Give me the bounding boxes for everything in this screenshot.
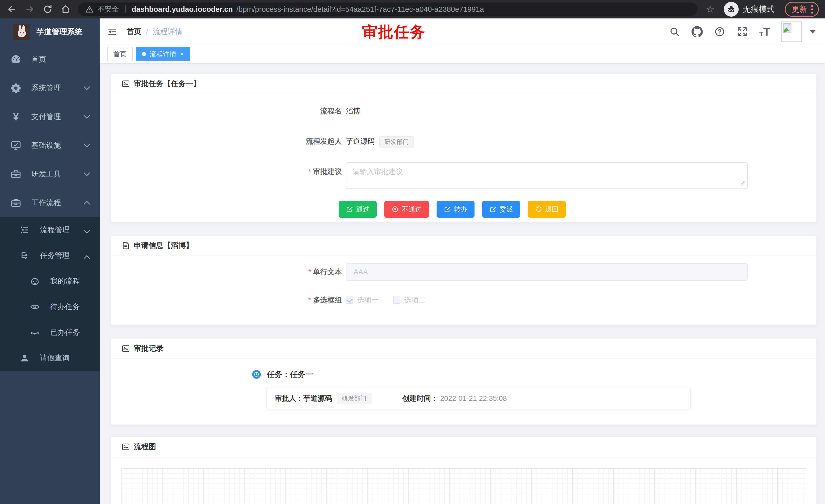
github-icon[interactable] (691, 26, 703, 37)
card-header: 审批记录 (111, 339, 816, 359)
address-bar[interactable]: 不安全 dashboard.yudao.iocoder.cn/bpm/proce… (78, 3, 698, 16)
sidebar-item-payment[interactable]: ¥ 支付管理 (0, 102, 100, 131)
url-host: dashboard.yudao.iocoder.cn (132, 5, 233, 14)
sidebar-item-devtools[interactable]: 研发工具 (0, 160, 100, 188)
initiator-row: 流程发起人 芋道源码研发部门 (122, 132, 806, 151)
initiator-value: 芋道源码研发部门 (346, 132, 414, 151)
edit-icon (444, 205, 451, 213)
field-label: 单行文本 (122, 263, 342, 281)
sidebar-item-my-process[interactable]: 我的流程 (0, 268, 100, 294)
task-title: 任务：任务一 (267, 369, 313, 380)
field-label: 流程发起人 (122, 132, 342, 151)
list-tree-icon (19, 224, 30, 236)
chevron-up-icon (83, 255, 90, 261)
security-warning-icon[interactable] (85, 5, 94, 14)
avatar-dropdown-icon[interactable] (810, 30, 816, 33)
reload-icon[interactable] (42, 4, 53, 15)
eye-open-icon (29, 301, 41, 313)
checkbox-unchecked-icon (393, 297, 400, 304)
sidebar-item-done-tasks[interactable]: 已办任务 (0, 320, 100, 345)
sidebar-item-label: 首页 (31, 54, 46, 65)
tags-view: 首页 流程详情 × (100, 45, 825, 63)
approve-button[interactable]: 通过 (339, 201, 377, 218)
close-icon[interactable]: × (180, 51, 184, 57)
sidebar-item-label: 任务管理 (40, 250, 70, 261)
url-path: /bpm/process-instance/detail?id=54aa251f… (236, 5, 484, 14)
document-icon (122, 241, 130, 250)
picture-icon (122, 344, 130, 353)
sidebar-item-home[interactable]: 首页 (0, 45, 100, 74)
font-size-icon[interactable]: TT (759, 26, 770, 37)
sidebar-item-label: 工作流程 (31, 198, 61, 208)
sidebar-item-label: 流程管理 (40, 225, 70, 235)
transfer-button[interactable]: 转办 (437, 201, 474, 218)
sidebar-item-task-mgmt[interactable]: 任务管理 (0, 243, 100, 268)
back-icon[interactable] (6, 4, 17, 15)
sidebar-toggle-icon[interactable] (106, 26, 118, 37)
breadcrumb-home[interactable]: 首页 (127, 27, 141, 37)
process-diagram-card: 流程图 (111, 436, 817, 504)
bpmn-canvas[interactable] (122, 468, 806, 504)
checkbox-group: 选项一 选项二 (346, 291, 426, 309)
card-title: 流程图 (134, 442, 156, 452)
sidebar-item-label: 系统管理 (31, 83, 61, 93)
browser-menu-icon[interactable] (811, 5, 813, 14)
gear-icon (10, 82, 21, 94)
help-icon[interactable] (714, 26, 725, 37)
app-logo[interactable]: 芋道管理系统 (0, 18, 100, 45)
created-value: 2022-01-21 22:35:08 (440, 394, 507, 403)
sidebar-item-label: 基础设施 (31, 140, 61, 151)
fullscreen-icon[interactable] (737, 26, 748, 37)
checkbox-option-1[interactable]: 选项一 (346, 291, 379, 309)
avatar[interactable] (781, 21, 802, 42)
action-buttons: 通过 不通过 转办 (339, 201, 806, 218)
bookmark-star-icon[interactable]: ☆ (706, 4, 715, 15)
url-divider (125, 5, 126, 13)
browser-toolbar: 不安全 dashboard.yudao.iocoder.cn/bpm/proce… (0, 0, 825, 18)
sidebar-item-todo-tasks[interactable]: 待办任务 (0, 294, 100, 320)
card-title: 审批任务【任务一】 (134, 79, 201, 89)
process-name-value: 滔博 (346, 102, 360, 120)
search-icon[interactable] (669, 26, 680, 37)
incognito-indicator: 无痕模式 (724, 2, 774, 17)
single-line-input[interactable] (346, 263, 748, 281)
edit-icon (490, 205, 497, 213)
forward-icon[interactable] (24, 4, 35, 15)
sidebar-item-label: 支付管理 (31, 112, 61, 122)
return-button[interactable]: 退回 (528, 201, 566, 218)
sidebar-item-process-mgmt[interactable]: 流程管理 (0, 217, 100, 243)
dept-tag: 研发部门 (336, 393, 372, 404)
suggestion-row: 审批建议 (122, 162, 806, 189)
delegate-button[interactable]: 委派 (482, 201, 520, 218)
sidebar-item-leave-query[interactable]: 请假查询 (0, 345, 100, 371)
tab-home[interactable]: 首页 (107, 47, 133, 61)
browser-update-button[interactable]: 更新 (785, 2, 819, 17)
checkbox-group-row: 多选框组 选项一 选项二 (122, 291, 806, 309)
sidebar-item-infra[interactable]: 基础设施 (0, 131, 100, 160)
chevron-down-icon (83, 141, 90, 147)
incognito-icon (724, 2, 739, 17)
breadcrumb-current: 流程详情 (153, 27, 182, 37)
sidebar: 芋道管理系统 首页 系统管理 ¥ 支付管理 基础设施 (0, 18, 100, 504)
face-icon (29, 275, 41, 287)
picture-icon (122, 79, 130, 88)
text-field-row: 单行文本 (122, 263, 806, 281)
checkbox-option-2[interactable]: 选项二 (393, 291, 426, 309)
card-title: 申请信息【滔博】 (134, 241, 193, 251)
chevron-down-icon (83, 170, 90, 176)
reject-button[interactable]: 不通过 (384, 201, 429, 218)
suggestion-textarea[interactable] (346, 162, 748, 189)
approval-task-card: 审批任务【任务一】 流程名 滔博 流程发起人 芋道源码研发部门 审批建议 (111, 73, 817, 222)
incognito-label: 无痕模式 (743, 4, 774, 15)
field-label: 多选框组 (122, 291, 342, 309)
approval-record-card: 审批记录 任务：任务一 审批人： 芋道源码 研发部门 创建时间： (111, 338, 817, 425)
home-icon[interactable] (60, 4, 71, 15)
sidebar-item-label: 待办任务 (50, 302, 80, 312)
monitor-icon (10, 140, 21, 151)
sidebar-item-workflow[interactable]: 工作流程 (0, 188, 100, 217)
sidebar-item-system[interactable]: 系统管理 (0, 74, 100, 102)
page-annotation: 审批任务 (362, 23, 426, 41)
circle-close-icon (391, 205, 399, 213)
security-label: 不安全 (97, 4, 119, 14)
tab-process-detail[interactable]: 流程详情 × (136, 47, 190, 61)
